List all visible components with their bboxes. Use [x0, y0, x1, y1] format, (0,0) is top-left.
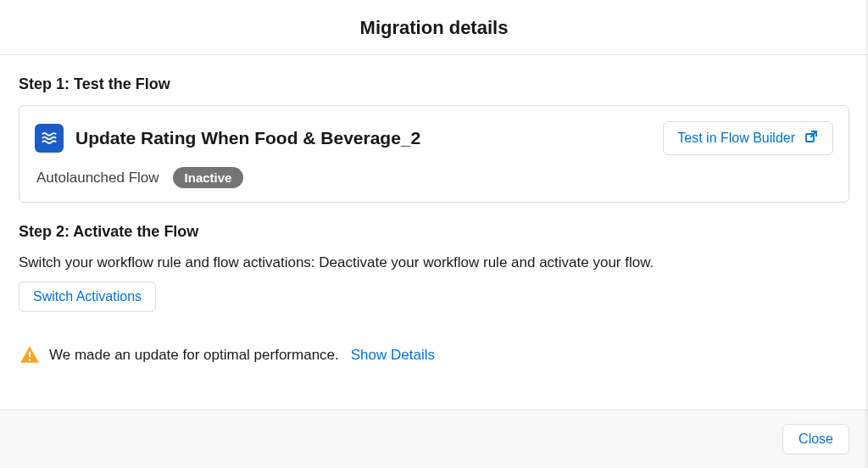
- step2-heading: Step 2: Activate the Flow: [19, 223, 849, 241]
- flow-type-label: Autolaunched Flow: [36, 170, 159, 187]
- external-link-icon: [804, 129, 819, 148]
- status-badge: Inactive: [173, 167, 244, 188]
- flow-name: Update Rating When Food & Beverage_2: [75, 128, 420, 148]
- modal-body: Step 1: Test the Flow Update Rating When…: [0, 55, 868, 383]
- warning-icon: [19, 344, 41, 366]
- flow-icon: [35, 124, 64, 153]
- svg-rect-1: [29, 351, 31, 357]
- notice-text: We made an update for optimal performanc…: [49, 347, 339, 364]
- modal-title: Migration details: [0, 17, 868, 39]
- modal-header: Migration details: [0, 0, 868, 55]
- switch-activations-button[interactable]: Switch Activations: [19, 281, 156, 312]
- flow-title-wrap: Update Rating When Food & Beverage_2: [35, 124, 420, 153]
- step1-heading: Step 1: Test the Flow: [19, 75, 849, 93]
- flow-card-bottom: Autolaunched Flow Inactive: [35, 167, 833, 188]
- flow-card-top: Update Rating When Food & Beverage_2 Tes…: [35, 121, 833, 155]
- step2-description: Switch your workflow rule and flow activ…: [19, 253, 849, 273]
- test-button-label: Test in Flow Builder: [677, 131, 795, 146]
- close-button[interactable]: Close: [782, 424, 849, 454]
- modal-footer: Close: [0, 410, 868, 468]
- test-in-flow-builder-button[interactable]: Test in Flow Builder: [663, 121, 833, 155]
- flow-card: Update Rating When Food & Beverage_2 Tes…: [19, 105, 849, 203]
- svg-rect-2: [29, 359, 31, 360]
- show-details-link[interactable]: Show Details: [351, 347, 435, 364]
- performance-notice: We made an update for optimal performanc…: [19, 344, 849, 366]
